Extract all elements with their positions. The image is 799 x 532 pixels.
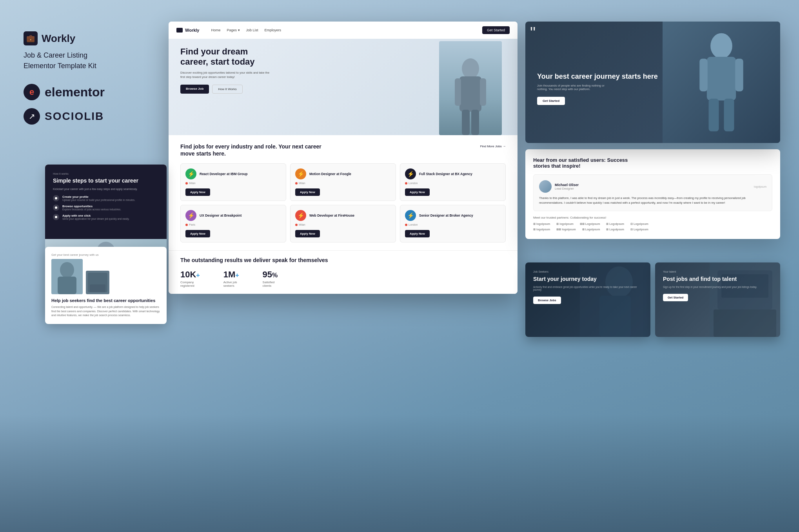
- nav-logo: Workly: [176, 28, 199, 33]
- testimonial-text: Thanks to this platform, I was able to f…: [539, 196, 766, 205]
- stat-seekers: 1M+ Active jobseekers: [223, 270, 239, 288]
- nav-logo-icon: [176, 28, 183, 33]
- job-title-react: React Developer at IBM Group: [200, 172, 247, 176]
- stats-row: 10K+ Companyregistered 1M+ Active jobsee…: [180, 270, 506, 288]
- partner-logo-2: ⊞ logolpsum: [556, 223, 573, 226]
- apply-btn-motion[interactable]: Apply Now: [295, 188, 320, 196]
- step-3-icon: [53, 214, 59, 220]
- job-card-motion-designer: ⚡ Motion Designer at Foogle Milan Apply …: [290, 163, 396, 201]
- cta-seekers-desc: Actively find and embrace great job oppo…: [533, 286, 643, 291]
- apply-btn-react[interactable]: Apply Now: [185, 188, 210, 196]
- job-icon-web: ⚡: [295, 210, 306, 221]
- job-card-senior-designer: ⚡ Senior Designer at Broker Agency Londo…: [400, 205, 506, 242]
- partner-logo-9: ⊞ Logolpsum: [606, 228, 624, 231]
- left-panel: 💼 Workly Job & Career Listing Elementor …: [24, 31, 157, 125]
- right-top-cta-button[interactable]: Get Started: [537, 97, 565, 105]
- quote-mark: ": [530, 25, 536, 40]
- stat-number-satisfied: 95%: [263, 270, 278, 280]
- testimonial-header: Michael Oliser Lead Designer logolpsum: [539, 180, 766, 193]
- job-title-web: Web Developer at FireHouse: [309, 214, 354, 218]
- partner-logo-6: ⊞ logolpsum: [533, 228, 550, 231]
- testimonial-role: Lead Designer: [555, 187, 579, 190]
- svg-rect-21: [58, 277, 76, 294]
- right-top-card: Your best career journey starts here Joi…: [525, 22, 780, 143]
- how-it-works-button[interactable]: How It Works: [212, 85, 242, 94]
- svg-rect-24: [90, 284, 105, 292]
- how-small-label: How it works: [53, 172, 159, 175]
- testimonial-company-logo: logolpsum: [754, 185, 766, 188]
- cta-seekers-btn[interactable]: Browse Jobs: [533, 297, 561, 304]
- cta-seekers-label: Job Seekers: [533, 270, 643, 273]
- jobs-grid: ⚡ React Developer at IBM Group Milan App…: [180, 163, 506, 242]
- partner-logo-1: ⊞ logolpsum: [533, 223, 550, 226]
- stat-label-seekers: Active jobseekers: [223, 280, 239, 288]
- nav-cta-button[interactable]: Get Started: [482, 26, 510, 34]
- sociolib-row: ↗ SOCIOLIB: [24, 108, 157, 125]
- svg-rect-5: [471, 110, 479, 135]
- job-icon-motion: ⚡: [295, 168, 306, 179]
- jobs-title: Find jobs for every industry and role. Y…: [180, 143, 329, 157]
- job-card-ux-designer: ⚡ UX Designer at Breakpoint Paris Apply …: [180, 205, 286, 242]
- svg-point-20: [60, 262, 74, 278]
- partner-logo-10: ⊟ Logolpsum: [630, 228, 648, 231]
- stat-satisfied: 95% Satisfiedclients: [263, 270, 278, 288]
- career-secondary-image: [86, 271, 109, 294]
- career-description: Connecting talent and opportunity. — We …: [51, 305, 160, 318]
- career-title: Help job seekers find the best career op…: [51, 298, 160, 303]
- sociolib-logo-icon: ↗: [24, 108, 40, 125]
- elementor-label: elementor: [45, 85, 105, 100]
- career-images: [51, 259, 160, 294]
- hero-content: Find your dream career, start today Disc…: [169, 39, 518, 101]
- career-card-small: Get your best career journey with us: [51, 253, 160, 257]
- job-location-ux: Paris: [185, 223, 281, 226]
- job-card-react-developer: ⚡ React Developer at IBM Group Milan App…: [180, 163, 286, 201]
- sociolib-label: SOCIOLIB: [45, 110, 104, 123]
- step-2-desc: Explore thousands of jobs across various…: [62, 208, 121, 211]
- partner-logo-5: ⊟ Logolpsum: [630, 223, 648, 226]
- testimonial-name: Michael Oliser: [555, 183, 579, 187]
- job-location-web: Milan: [295, 223, 391, 226]
- cta-card-employers-content: Your talent Post jobs and find top talen…: [655, 262, 780, 309]
- partner-logo-3: ⊞⊞ Logolpsum: [580, 223, 600, 226]
- step-2-icon: [53, 204, 59, 211]
- how-it-works-section: How it works Simple steps to start your …: [45, 165, 167, 239]
- hero-section: Workly Home Pages ▾ Job List Employers G…: [169, 22, 518, 135]
- job-title-motion: Motion Designer at Foogle: [309, 172, 351, 176]
- partner-logo-8: ⊞ Logolpsum: [582, 228, 600, 231]
- stats-section: The outstanding results we deliver speak…: [169, 250, 518, 294]
- partner-logo-4: ⊞ Logolpsum: [606, 223, 624, 226]
- job-icon-fullstack: ⚡: [405, 168, 416, 179]
- hero-buttons: Browse Job How It Works: [180, 85, 506, 94]
- job-title-fullstack: Full Stack Designer at BX Agency: [419, 172, 472, 176]
- job-icon-ux: ⚡: [185, 210, 196, 221]
- cta-employers-desc: Sign up for the first step in your recru…: [663, 286, 772, 288]
- cta-card-seekers-content: Job Seekers Start your journey today Act…: [525, 262, 650, 312]
- elementor-row: e elementor: [24, 84, 157, 100]
- testimonial-card: " Michael Oliser Lead Designer logolpsum…: [533, 174, 772, 211]
- apply-btn-web[interactable]: Apply Now: [295, 230, 320, 237]
- jobs-section: Find jobs for every industry and role. Y…: [169, 135, 518, 250]
- cta-employers-label: Your talent: [663, 270, 772, 273]
- brand-name: Workly: [42, 33, 75, 45]
- apply-btn-senior[interactable]: Apply Now: [405, 230, 430, 237]
- right-top-content: Your best career journey starts here Joi…: [525, 61, 780, 117]
- step-1: Create your profile Upload your resume o…: [53, 195, 159, 201]
- find-more-jobs-link[interactable]: Find More Jobs →: [480, 145, 506, 148]
- apply-btn-ux[interactable]: Apply Now: [185, 230, 210, 237]
- apply-btn-fullstack[interactable]: Apply Now: [405, 188, 430, 196]
- brand-icon: 💼: [24, 31, 38, 45]
- hero-title: Find your dream career, start today: [180, 47, 282, 67]
- stat-label-companies: Companyregistered: [180, 280, 200, 288]
- testimonial-info: Michael Oliser Lead Designer: [555, 183, 579, 190]
- right-column: Your best career journey starts here Joi…: [525, 22, 780, 245]
- stat-number-seekers: 1M+: [223, 270, 239, 280]
- job-card-web-developer: ⚡ Web Developer at FireHouse Milan Apply…: [290, 205, 396, 242]
- cta-card-job-seekers: Job Seekers Start your journey today Act…: [525, 262, 650, 337]
- step-3-desc: Send your application for your dream job…: [62, 217, 129, 220]
- browse-job-button[interactable]: Browse Job: [180, 85, 209, 94]
- cta-employers-btn[interactable]: Get Started: [663, 294, 688, 301]
- elementor-logo-icon: e: [24, 84, 40, 100]
- stat-label-satisfied: Satisfiedclients: [263, 280, 278, 288]
- step-2-title: Browse opportunities: [62, 204, 121, 208]
- job-location-senior: London: [405, 223, 501, 226]
